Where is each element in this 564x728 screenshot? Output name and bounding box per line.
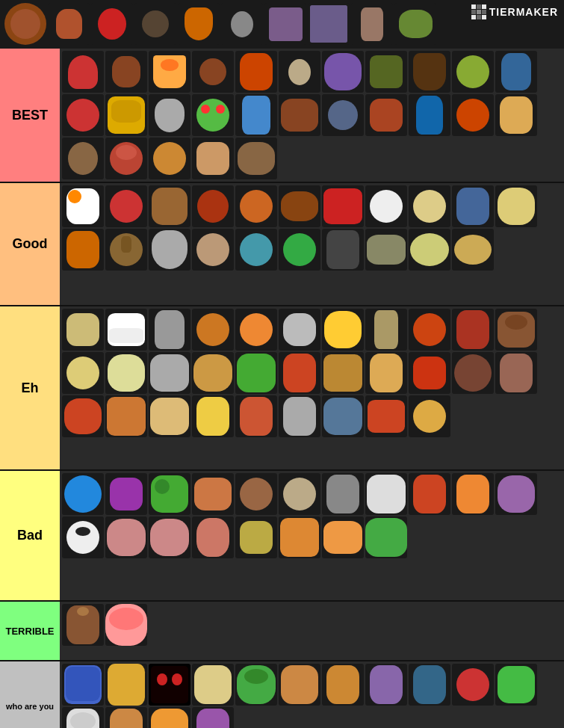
char-item[interactable] (235, 664, 277, 706)
char-item[interactable] (322, 516, 364, 558)
char-item[interactable] (105, 352, 147, 394)
char-item[interactable] (495, 352, 537, 394)
char-item[interactable] (409, 309, 450, 351)
char-item[interactable] (62, 516, 104, 558)
char-item[interactable] (48, 3, 90, 45)
char-item[interactable] (149, 395, 190, 437)
char-item[interactable] (452, 229, 494, 271)
char-item[interactable] (322, 185, 364, 227)
char-item[interactable] (264, 3, 306, 45)
char-item[interactable] (365, 352, 407, 394)
char-item[interactable] (178, 3, 220, 45)
char-item[interactable] (105, 473, 147, 515)
char-item[interactable] (62, 229, 104, 271)
char-item[interactable] (192, 516, 234, 558)
char-item[interactable] (62, 473, 104, 515)
char-item[interactable] (365, 395, 407, 437)
char-item[interactable] (495, 94, 537, 136)
char-item[interactable] (365, 51, 407, 93)
char-item[interactable] (365, 94, 407, 136)
char-item[interactable] (409, 229, 450, 271)
char-item[interactable] (322, 473, 364, 515)
char-item[interactable] (105, 51, 147, 93)
char-item[interactable] (149, 51, 190, 93)
char-item[interactable] (322, 51, 364, 93)
char-item[interactable] (192, 473, 234, 515)
char-item[interactable] (235, 138, 277, 179)
char-item[interactable] (192, 94, 234, 136)
char-item[interactable] (105, 664, 147, 706)
char-item[interactable] (409, 473, 450, 515)
char-item[interactable] (192, 352, 234, 394)
char-item[interactable] (62, 51, 104, 93)
char-item[interactable] (235, 229, 277, 271)
char-item[interactable] (105, 185, 147, 227)
char-item[interactable] (62, 395, 104, 437)
char-item[interactable] (279, 51, 320, 93)
char-item[interactable] (365, 185, 407, 227)
char-item[interactable] (279, 229, 320, 271)
char-item[interactable] (62, 138, 104, 179)
char-item[interactable] (452, 473, 494, 515)
char-item[interactable] (149, 516, 190, 558)
char-item[interactable] (452, 94, 494, 136)
char-item[interactable] (322, 664, 364, 706)
char-item[interactable] (452, 664, 494, 706)
char-item[interactable] (495, 309, 537, 351)
char-item[interactable] (62, 309, 104, 351)
char-item[interactable] (409, 94, 450, 136)
char-item[interactable] (149, 707, 190, 728)
char-item[interactable] (365, 516, 407, 558)
char-item[interactable] (452, 352, 494, 394)
char-item[interactable] (105, 229, 147, 271)
char-item[interactable] (279, 352, 320, 394)
char-item[interactable] (235, 94, 277, 136)
char-item[interactable] (149, 473, 190, 515)
char-item[interactable] (322, 229, 364, 271)
char-item[interactable] (192, 51, 234, 93)
char-item[interactable] (149, 229, 190, 271)
char-item[interactable] (495, 664, 537, 706)
char-item[interactable] (452, 309, 494, 351)
char-item[interactable] (495, 185, 537, 227)
char-item[interactable] (149, 352, 190, 394)
char-item[interactable] (365, 664, 407, 706)
char-item[interactable] (308, 3, 350, 45)
char-item[interactable] (149, 309, 190, 351)
char-item[interactable] (279, 185, 320, 227)
char-item[interactable] (192, 138, 234, 179)
char-item[interactable] (149, 138, 190, 179)
char-item[interactable] (235, 185, 277, 227)
char-item[interactable] (322, 94, 364, 136)
char-item[interactable] (62, 352, 104, 394)
char-item[interactable] (62, 604, 104, 646)
char-item[interactable] (62, 94, 104, 136)
char-item[interactable] (149, 94, 190, 136)
char-item[interactable] (91, 3, 133, 45)
char-item[interactable] (279, 395, 320, 437)
char-item[interactable] (394, 3, 436, 45)
char-item[interactable] (192, 707, 234, 728)
char-item[interactable] (279, 309, 320, 351)
char-item[interactable] (62, 707, 104, 728)
char-item[interactable] (279, 516, 320, 558)
char-item[interactable] (4, 3, 46, 45)
char-item[interactable] (279, 94, 320, 136)
char-item[interactable] (192, 395, 234, 437)
char-item[interactable] (452, 185, 494, 227)
char-item[interactable] (134, 3, 176, 45)
char-item[interactable] (62, 664, 104, 706)
char-item[interactable] (365, 229, 407, 271)
char-item[interactable] (235, 309, 277, 351)
char-item[interactable] (279, 473, 320, 515)
char-item[interactable] (105, 138, 147, 179)
char-item[interactable] (192, 229, 234, 271)
char-item[interactable] (495, 51, 537, 93)
char-item[interactable] (452, 51, 494, 93)
char-item[interactable] (192, 309, 234, 351)
char-item[interactable] (351, 3, 393, 45)
char-item[interactable] (235, 516, 277, 558)
char-item[interactable] (235, 473, 277, 515)
char-item[interactable] (409, 395, 450, 437)
char-item[interactable] (409, 185, 450, 227)
